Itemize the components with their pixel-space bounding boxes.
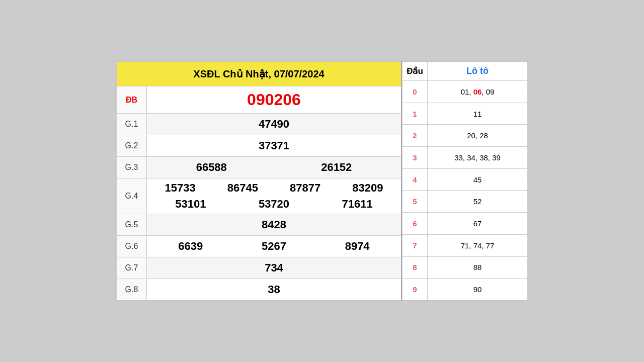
prize-values: 663952678974	[147, 236, 402, 257]
loto-dau: 5	[403, 191, 428, 213]
loto-header-loto: Lô tô	[428, 62, 528, 81]
loto-row: 9 90	[403, 279, 528, 301]
prize-row-g2: G.2 37371	[117, 135, 402, 157]
prize-value: 47490	[147, 114, 402, 135]
loto-values: 52	[428, 191, 528, 213]
prize-number: 8974	[345, 240, 370, 253]
db-value: 090206	[147, 86, 402, 114]
loto-values: 67	[428, 213, 528, 235]
loto-row: 4 45	[403, 168, 528, 191]
prize-number: 53101	[175, 198, 206, 211]
prize-label: G.7	[117, 257, 147, 279]
prize-number: 66588	[196, 161, 227, 174]
db-label: ĐB	[117, 86, 147, 114]
loto-dau: 8	[403, 256, 428, 279]
prize-row-g3: G.3 6658826152	[117, 157, 402, 178]
prize-number: 83209	[352, 182, 383, 195]
loto-row: 3 33, 34, 38, 39	[403, 147, 528, 169]
prize-label: G.3	[117, 157, 147, 178]
loto-dau: 1	[403, 103, 428, 125]
prize-row-g8: G.8 38	[117, 279, 402, 301]
prize-number: 71611	[342, 198, 373, 211]
loto-table: Đầu Lô tô 0 01, 06, 09 1 11 2 20, 28 3 3…	[402, 61, 528, 301]
prize-number: 26152	[321, 161, 352, 174]
loto-values: 33, 34, 38, 39	[428, 147, 528, 169]
loto-row: 6 67	[403, 213, 528, 235]
prize-number: 53720	[259, 198, 289, 211]
prize-value: 38	[147, 279, 402, 301]
prize-row-g6: G.6 663952678974	[117, 236, 402, 257]
g4-label: G.4	[117, 178, 147, 214]
loto-row: 2 20, 28	[403, 125, 528, 147]
loto-values: 20, 28	[428, 125, 528, 147]
prize-row-g5: G.5 8428	[117, 214, 402, 236]
prize-value: 734	[147, 257, 402, 279]
loto-dau: 2	[403, 125, 428, 147]
loto-values: 88	[428, 256, 528, 279]
loto-values: 90	[428, 279, 528, 301]
loto-dau: 4	[403, 168, 428, 191]
loto-header-dau: Đầu	[403, 62, 428, 81]
prize-values: 6658826152	[147, 157, 402, 178]
loto-dau: 6	[403, 213, 428, 235]
prize-label: G.6	[117, 236, 147, 257]
table-header: XSĐL Chủ Nhật, 07/07/2024	[117, 62, 402, 86]
loto-row: 7 71, 74, 77	[403, 234, 528, 256]
loto-dau: 3	[403, 147, 428, 169]
loto-values: 11	[428, 103, 528, 125]
prize-value: 8428	[147, 214, 402, 236]
prize-row-db: ĐB 090206	[117, 86, 402, 114]
prize-number: 86745	[227, 182, 258, 195]
loto-values: 71, 74, 77	[428, 234, 528, 256]
loto-row: 0 01, 06, 09	[403, 81, 528, 103]
prize-row-g1: G.1 47490	[117, 114, 402, 135]
prize-number: 5267	[262, 240, 286, 253]
prize-number: 6639	[178, 240, 203, 253]
main-container: XSĐL Chủ Nhật, 07/07/2024 ĐB 090206 G.1 …	[116, 61, 528, 301]
prize-label: G.1	[117, 114, 147, 135]
loto-values: 01, 06, 09	[428, 81, 528, 103]
loto-row: 8 88	[403, 256, 528, 279]
loto-row: 1 11	[403, 103, 528, 125]
lottery-table: XSĐL Chủ Nhật, 07/07/2024 ĐB 090206 G.1 …	[116, 61, 402, 301]
prize-label: G.5	[117, 214, 147, 236]
loto-dau: 0	[403, 81, 428, 103]
prize-row-g4: G.4 15733867458787783209 531015372071611	[117, 178, 402, 214]
prize-number: 87877	[290, 182, 320, 195]
prize-label: G.2	[117, 135, 147, 157]
prize-number: 15733	[165, 182, 196, 195]
loto-values: 45	[428, 168, 528, 191]
prize-label: G.8	[117, 279, 147, 301]
loto-dau: 9	[403, 279, 428, 301]
loto-dau: 7	[403, 234, 428, 256]
prize-row-g7: G.7 734	[117, 257, 402, 279]
prize-value: 37371	[147, 135, 402, 157]
loto-row: 5 52	[403, 191, 528, 213]
g4-values: 15733867458787783209 531015372071611	[147, 178, 402, 214]
